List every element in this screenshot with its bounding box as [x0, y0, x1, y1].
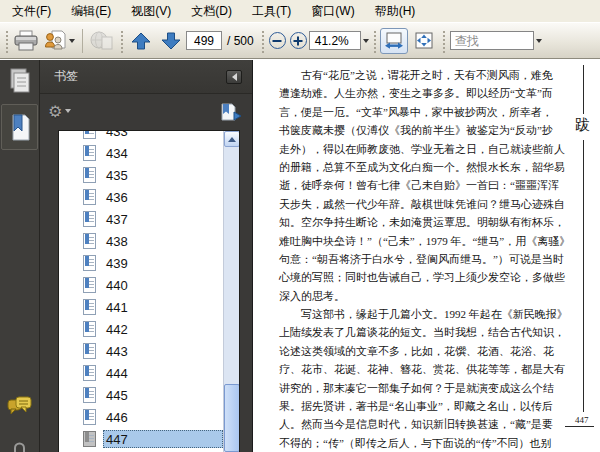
bookmark-options-button[interactable]: ⚙ [48, 104, 71, 120]
bookmark-page-icon [83, 365, 96, 381]
bookmark-item[interactable]: 440 [59, 274, 223, 296]
zoom-dropdown-arrow[interactable] [363, 39, 369, 46]
bookmark-scrollbar[interactable] [223, 131, 239, 452]
menu-file[interactable]: 文件(F) [2, 0, 61, 23]
bookmarks-panel-toolbar: ⚙ [40, 94, 252, 130]
bookmark-list-container: 433 434 435 [58, 130, 240, 452]
bookmark-item[interactable]: 434 [59, 142, 223, 164]
menu-tools[interactable]: 工具(T) [242, 0, 301, 23]
next-page-icon [160, 31, 182, 51]
bookmark-page-icon [83, 189, 96, 205]
bookmark-item[interactable]: 436 [59, 186, 223, 208]
toolbar-grip[interactable] [4, 29, 9, 53]
document-text-line: 古有“花厄”之说，谓花开之时，天有不测风雨，难免 [279, 66, 570, 84]
document-text-line: 心境的写照；同时也告诫自己，学习上须少发空论，多做些 [279, 268, 570, 286]
bookmarks-icon [9, 114, 31, 141]
bookmark-page-icon [83, 145, 96, 161]
bookmark-item[interactable]: 439 [59, 252, 223, 274]
comments-tab[interactable] [0, 396, 40, 420]
go-to-bookmark-icon [220, 103, 242, 121]
document-text-line: 写这部书，缘起于几篇小文。1992 年起在《新民晚报》 [279, 305, 570, 323]
find-input[interactable] [450, 31, 534, 50]
options-dropdown-arrow [65, 109, 71, 116]
find-dropdown-arrow[interactable] [536, 39, 542, 46]
print-icon [13, 30, 39, 52]
margin-rule [583, 140, 584, 412]
bookmark-page-icon [83, 167, 96, 183]
gear-icon: ⚙ [48, 104, 62, 120]
print-button[interactable] [11, 26, 41, 56]
collaborate-dropdown-arrow[interactable] [69, 39, 75, 46]
bookmark-item[interactable]: 445 [59, 384, 223, 406]
document-text-line: 讲究的，那末凑它一部集子如何？于是就演变成这么个结 [279, 379, 570, 397]
share-icon [89, 30, 115, 51]
toolbar-grip[interactable] [119, 29, 124, 53]
menu-view[interactable]: 视图(V) [121, 0, 181, 23]
comments-icon [7, 396, 33, 420]
bookmark-item[interactable]: 447 [59, 428, 223, 450]
fit-page-icon [414, 32, 434, 49]
document-text-line: 天步失，戚然一代少年辞。敲棋世味凭谁问？绁马心迹殊自 [279, 195, 570, 213]
scrollbar-thumb[interactable] [224, 384, 240, 452]
menu-edit[interactable]: 编辑(E) [61, 0, 121, 23]
bookmark-page-icon [83, 299, 96, 315]
bookmark-label: 441 [106, 300, 128, 315]
bookmark-item[interactable]: 433 [59, 130, 223, 142]
document-text-line: 果。据先贤讲，著书是“名山事业”，即藏之名山，以传后 [279, 397, 570, 415]
document-text-line: 言，便是一厄。“文革”风暴中，家中被抄两次，所幸者， [279, 103, 570, 121]
document-text-line: 论述这类领域的文章不多，比如，花馔、花酒、花浴、花 [279, 342, 570, 360]
collapse-panel-button[interactable] [226, 70, 242, 84]
bookmark-label: 446 [106, 410, 128, 425]
page-number-input[interactable] [186, 31, 222, 50]
zoom-out-button[interactable] [269, 32, 286, 49]
bookmark-list: 433 434 435 [59, 130, 223, 450]
bookmark-page-icon [83, 211, 96, 227]
bookmark-label: 444 [106, 366, 128, 381]
bookmark-item[interactable]: 435 [59, 164, 223, 186]
scrollbar-up-button[interactable] [224, 131, 240, 147]
scroll-up-arrow-icon [228, 133, 236, 142]
margin-rule [583, 65, 584, 114]
menu-help[interactable]: 帮助(H) [365, 0, 426, 23]
previous-page-icon [130, 31, 152, 51]
go-to-bookmark-button[interactable] [220, 103, 242, 121]
bookmark-page-icon [83, 130, 96, 139]
bookmark-item[interactable]: 437 [59, 208, 223, 230]
document-text-line: 走外），得以在师教废弛、学业无着之日，自己就读些前人 [279, 140, 570, 158]
attachments-tab[interactable] [0, 441, 40, 452]
bookmark-page-icon [83, 431, 96, 447]
document-text-line: 逝，徒呼奈何！曾有七律《己未自贻》一首曰：“噩噩浑浑 [279, 176, 570, 194]
share-button [87, 26, 117, 56]
zoom-in-button[interactable] [290, 32, 307, 49]
fit-width-icon [384, 32, 404, 49]
toolbar-grip[interactable] [260, 29, 265, 53]
bookmark-item[interactable]: 438 [59, 230, 223, 252]
toolbar-grip[interactable] [441, 29, 446, 53]
bookmark-item[interactable]: 441 [59, 296, 223, 318]
fit-page-button[interactable] [410, 28, 438, 54]
fit-width-button[interactable] [380, 28, 408, 54]
bookmark-item[interactable]: 444 [59, 362, 223, 384]
bookmarks-panel: 书签 ⚙ [40, 60, 252, 452]
toolbar-grip[interactable] [372, 29, 377, 53]
document-text-line: 句意：“朝吾将济于白水兮，登阆风而绁马。”）可说是当时 [279, 250, 570, 268]
bookmark-label: 436 [106, 190, 128, 205]
menu-document[interactable]: 文档(D) [181, 0, 242, 23]
page-thumbnails-tab[interactable] [0, 68, 40, 94]
previous-page-button[interactable] [126, 26, 156, 56]
collaborate-button[interactable] [41, 26, 78, 56]
next-page-button[interactable] [156, 26, 186, 56]
menu-window[interactable]: 窗口(W) [301, 0, 364, 23]
bookmark-item[interactable]: 446 [59, 406, 223, 428]
zoom-level-input[interactable]: 41.2% [309, 31, 361, 50]
bookmark-item[interactable]: 443 [59, 340, 223, 362]
bookmark-label: 433 [106, 130, 128, 139]
bookmark-page-icon [83, 387, 96, 403]
bookmarks-tab[interactable] [1, 104, 38, 150]
bookmark-label: 447 [106, 432, 128, 447]
bookmarks-panel-header: 书签 [40, 60, 252, 94]
bookmark-item[interactable]: 442 [59, 318, 223, 340]
bookmark-label: 435 [106, 168, 128, 183]
document-page[interactable]: 古有“花厄”之说，谓花开之时，天有不测风雨，难免 遭逢劫难。人生亦然，变生之事多… [252, 60, 600, 452]
bookmark-label: 439 [106, 256, 128, 271]
